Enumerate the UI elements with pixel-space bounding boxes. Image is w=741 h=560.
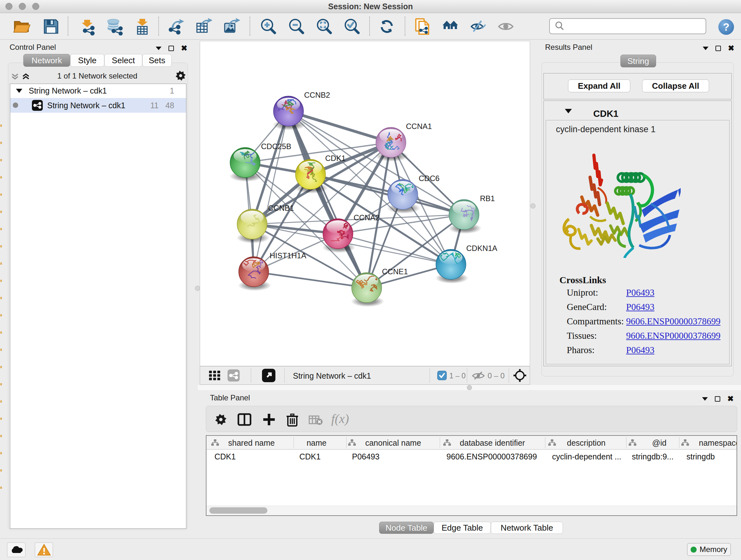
svg-text:CCNA1: CCNA1 bbox=[406, 122, 432, 131]
svg-text:CDK1: CDK1 bbox=[325, 154, 346, 163]
svg-text:CCNB1: CCNB1 bbox=[268, 204, 294, 212]
svg-text:RB1: RB1 bbox=[480, 194, 495, 203]
svg-text:CCNE1: CCNE1 bbox=[382, 267, 408, 276]
svg-text:CCNA2: CCNA2 bbox=[354, 213, 380, 222]
svg-text:CDC25B: CDC25B bbox=[261, 142, 291, 151]
svg-text:HIST1H1A: HIST1H1A bbox=[270, 251, 307, 260]
svg-text:CDKN1A: CDKN1A bbox=[466, 244, 497, 253]
svg-text:CDC6: CDC6 bbox=[419, 174, 440, 183]
svg-text:CCNB2: CCNB2 bbox=[304, 91, 330, 99]
